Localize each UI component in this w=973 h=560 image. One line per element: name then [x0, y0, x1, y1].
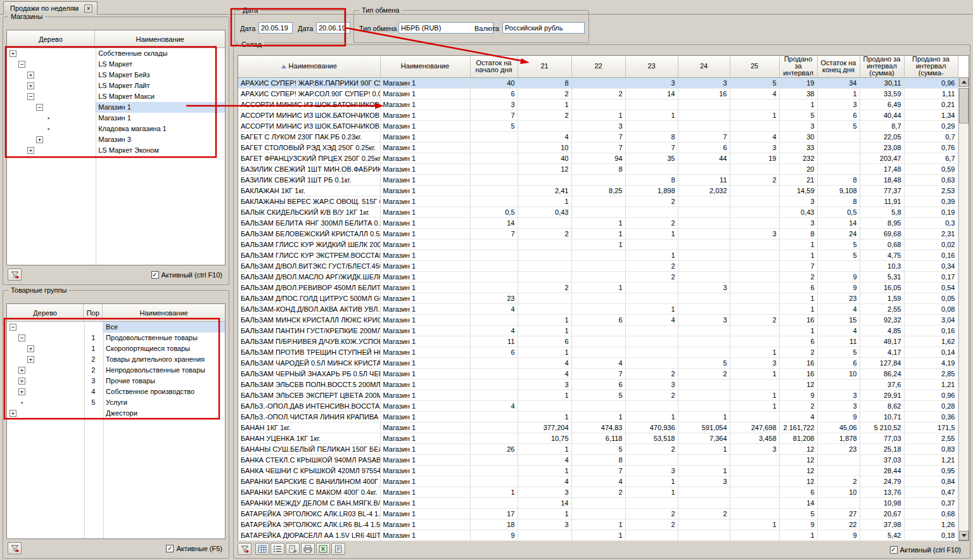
collapse-icon[interactable]: − — [27, 93, 34, 100]
store-tree-row[interactable]: −LS Маркет — [7, 59, 225, 70]
groups-filter-button[interactable] — [8, 542, 22, 554]
warehouse-row[interactable]: БАЛЬЗАМ ГЛИСС КУР ЖИДКИЙ ШЕЛК 200ММагази… — [238, 239, 958, 250]
stores-filter-button[interactable] — [8, 269, 22, 281]
warehouse-active-checkbox[interactable]: ✓ Активный (ctrl F10) — [890, 546, 961, 554]
store-tree-row[interactable]: +Собственные склады — [7, 48, 225, 59]
expand-icon[interactable]: + — [10, 50, 16, 57]
store-tree-row[interactable]: +LS Маркет Бейз — [7, 70, 225, 80]
warehouse-row[interactable]: БАЛЬЗАМ-КОНД.Д/ВОЛ.АКВА АКТИВ УВЛ.35Мага… — [238, 303, 958, 314]
group-tree-row[interactable]: −1Продовольственные товары — [7, 333, 225, 343]
group-tree-row[interactable]: +2Непродовольственные товары — [7, 365, 225, 376]
warehouse-row[interactable]: БАЛЫК СКИДЕЛЬСКИЙ К/В В/У 1КГ 1кг.Магази… — [238, 207, 958, 217]
warehouse-row[interactable]: БАЛЬЗАМ Д/ВОЛ.ВИТЭКС ГУСТ/БЛЕСТ.450ММага… — [238, 260, 958, 271]
warehouse-row[interactable]: БАКЛАЖАНЫ ВЕРЕС ЖАР.С ОВОЩ. 515Г СТМагаз… — [238, 196, 958, 207]
warehouse-row[interactable]: БАНКА СТЕКЛ.С КРЫШКОЙ 940МЛ PASABAHМагаз… — [238, 454, 958, 465]
warehouse-row[interactable]: БАЛЬЗАМ ГЛИСС КУР ЭКСТРЕМ.ВОССТАН.Магази… — [238, 250, 958, 260]
warehouse-row[interactable]: БАНАН УЦЕНКА 1КГ 1кг.Магазин 110,756,118… — [238, 433, 958, 443]
groups-active-checkbox[interactable]: ✓ Активные (F5) — [166, 545, 222, 552]
warehouse-row[interactable]: БАЛЬЗАМ ЭЛЬСЕВ ПОЛН.ВОССТ.5 200МЛ EМагаз… — [238, 379, 958, 390]
warehouse-row[interactable]: БАНАН 1КГ 1кг.Магазин 1377,204474,83470,… — [238, 422, 958, 433]
collapse-icon[interactable]: − — [36, 104, 43, 111]
expand-icon[interactable]: + — [18, 388, 25, 395]
warehouse-column-header[interactable]: 25 — [730, 56, 779, 77]
groups-column-name[interactable]: Наименование — [103, 304, 225, 321]
warehouse-row[interactable]: БАРАНКИ БАРСКИЕ С ВАНИЛИНОМ 400Г 0.4Мага… — [238, 476, 958, 487]
tab-close-icon[interactable]: × — [84, 4, 92, 13]
warehouse-row[interactable]: БАЛЬЗ.-ОПОЛ.ЧИСТАЯ ЛИНИЯ КРАПИВА 25Магаз… — [238, 411, 958, 422]
export-icon-button[interactable] — [286, 543, 300, 555]
expand-icon[interactable]: + — [27, 82, 34, 89]
expand-icon[interactable]: + — [18, 378, 25, 385]
warehouse-row[interactable]: АССОРТИ МИНИС ИЗ ШОК.БАТОНЧИКОВ 9Магазин… — [238, 99, 958, 110]
warehouse-row[interactable]: БАРАНКИ МЕЖДУ ДЕЛОМ С ВАН.МЯГК.В/СМагази… — [238, 497, 958, 508]
warehouse-column-header[interactable]: Продано за интервал — [779, 56, 817, 77]
warehouse-row[interactable]: АССОРТИ МИНИС ИЗ ШОК.БАТОНЧИКОВ 93Магази… — [238, 120, 958, 131]
warehouse-column-header[interactable]: Остаток на начало дня — [470, 56, 518, 77]
stores-column-tree[interactable]: Дерево — [7, 30, 95, 48]
warehouse-row[interactable]: БАЛЬЗАМ БЕЛИТА ЯНГ 300МЛ БЕЛИТА 0.3кМага… — [238, 217, 958, 228]
warehouse-row[interactable]: БАЛЬЗАМ Д/ВОЛ.МАСЛО АРГ/ЖИДК.ШЕЛК 5Магаз… — [238, 271, 958, 282]
warehouse-row[interactable]: БАНКА ЧЕШНИ С КРЫШКОЙ 420МЛ 97554 PМагаз… — [238, 465, 958, 476]
store-tree-row[interactable]: +LS Маркет Эконом — [7, 145, 225, 156]
warehouse-row[interactable]: БАЗИЛИК СВЕЖИЙ 1ШТ МИН.ОВ.ФАБРИКАМагазин… — [238, 163, 958, 174]
warehouse-row[interactable]: БАГЕТ СТОЛОВЫЙ РЭД ХЭД 250Г 0.25кг.Магаз… — [238, 142, 958, 153]
warehouse-row[interactable]: БАКЛАЖАН 1КГ 1кг.Магазин 12,418,251,8982… — [238, 185, 958, 196]
collapse-icon[interactable]: − — [18, 61, 25, 68]
scrollbar-thumb[interactable] — [959, 88, 969, 124]
date-to-input[interactable] — [316, 22, 350, 34]
expand-icon[interactable]: + — [27, 345, 34, 352]
warehouse-row[interactable]: БАГЕТ ФРАНЦУЗСКИЙ ПРЦЕХ 250Г 0.25кг.Мага… — [238, 153, 958, 163]
warehouse-row[interactable]: БАЛЬЗ.-ОПОЛ.ДАВ ИНТЕНСИВН.ВОССТАН.!Магаз… — [238, 400, 958, 411]
scroll-up-button[interactable] — [959, 77, 969, 87]
warehouse-column-header[interactable]: Продано за интервал (сумма- — [904, 56, 958, 77]
scroll-down-button[interactable] — [959, 531, 969, 540]
expand-icon[interactable]: + — [10, 410, 16, 417]
warehouse-row[interactable]: БАРАНКИ БАРСКИЕ С МАКОМ 400Г 0.4кг.Магаз… — [238, 487, 958, 497]
warehouse-column-header[interactable]: Наименование — [380, 56, 470, 77]
warehouse-row[interactable]: БАЗИЛИК СВЕЖИЙ 1ШТ РБ 0.1кг.Магазин 1811… — [238, 174, 958, 185]
group-tree-row[interactable]: +Джестори — [7, 408, 225, 419]
store-tree-row[interactable]: +LS Маркет Лайт — [7, 80, 225, 91]
report-icon-button[interactable] — [331, 543, 345, 555]
stores-column-name[interactable]: Наименование — [95, 30, 225, 48]
warehouse-column-header[interactable]: Остаток на конец дня — [817, 56, 860, 77]
excel-icon-button[interactable] — [316, 543, 330, 555]
warehouse-row[interactable]: АССОРТИ МИНИС ИЗ ШОК.БАТОНЧИКОВ 9Магазин… — [238, 110, 958, 120]
warehouse-column-header[interactable]: Наименование — [238, 56, 380, 77]
group-tree-row[interactable]: •5Услуги — [7, 397, 225, 408]
warehouse-row[interactable]: БАЛЬЗАМ МИНСК КРИСТАЛЛ ЛЮКС КРИСТАМагази… — [238, 314, 958, 325]
vertical-scrollbar[interactable] — [958, 77, 969, 540]
warehouse-column-header[interactable]: 21 — [518, 56, 571, 77]
warehouse-row[interactable]: БАТАРЕЙКА ЭРГОЛЮКС АЛК.LR03 BL-4 1.5ВМаг… — [238, 508, 958, 519]
warehouse-row[interactable]: БАЛЬЗАМ ЭЛЬСЕВ ЭКСПЕРТ ЦВЕТА 200МЛМагази… — [238, 390, 958, 400]
stores-active-checkbox[interactable]: ✓ Активный (ctrl F10) — [151, 271, 222, 279]
warehouse-row[interactable]: БАЛЬЗАМ ЧАРОДЕЙ 0.5Л МИНСК КРИСТАЛЛМагаз… — [238, 357, 958, 368]
store-tree-row[interactable]: •Кладовка магазина 1 — [7, 124, 225, 134]
warehouse-row[interactable]: БАГЕТ С ЛУКОМ 230Г ПАК.РБ 0.23кг.Магазин… — [238, 131, 958, 142]
currency-input[interactable] — [502, 22, 585, 34]
date-from-input[interactable] — [258, 22, 293, 34]
list-icon-button[interactable] — [270, 543, 284, 555]
groups-column-order[interactable]: Пор — [84, 304, 103, 321]
group-tree-row[interactable]: +4Собственное производство — [7, 386, 225, 397]
warehouse-row[interactable]: БАЛЬЗАМ ПАНТИН ГУСТ/КРЕПКИЕ 200МЛ PМагаз… — [238, 325, 958, 336]
warehouse-row[interactable]: БАЛЬЗАМ Д/ПОС.ГОЛД ЦИТРУС 500МЛ GOLМагаз… — [238, 293, 958, 303]
groups-column-tree[interactable]: Дерево — [7, 304, 84, 321]
grid-icon-button[interactable] — [255, 543, 269, 555]
warehouse-column-header[interactable]: 23 — [625, 56, 678, 77]
warehouse-row[interactable]: БАЛЬЗАМ БЕЛОВЕЖСКИЙ КРИСТАЛЛ 0.5ЛМагазин… — [238, 228, 958, 239]
warehouse-row[interactable]: БАНАНЫ СУШ.БЕЛЫЙ ПЕЛИКАН 150Г БЕЛЬМагази… — [238, 443, 958, 454]
print-icon-button[interactable] — [301, 543, 315, 555]
store-tree-row[interactable]: •Магазин 1 — [7, 113, 225, 124]
expand-icon[interactable]: + — [27, 72, 34, 79]
warehouse-row[interactable]: БАЛЬЗАМ П/БР.НИВЕЯ Д/ЧУВ.КОЖ.УСПОК.1Мага… — [238, 336, 958, 347]
warehouse-column-header[interactable]: 24 — [678, 56, 730, 77]
store-tree-row[interactable]: +Магазин 3 — [7, 134, 225, 145]
collapse-icon[interactable]: − — [18, 334, 25, 341]
group-tree-row[interactable]: +1Скоропортящиеся товары — [7, 343, 225, 354]
group-tree-row[interactable]: +3Прочие товары — [7, 376, 225, 386]
store-tree-row[interactable]: −LS Маркет Макси — [7, 91, 225, 102]
collapse-icon[interactable]: − — [10, 324, 16, 331]
warehouse-row[interactable]: АРАХИС СУПЕР! ЖАР.ВК.ПАПРИКИ 90Г СУПМага… — [238, 77, 958, 88]
expand-icon[interactable]: + — [27, 147, 34, 154]
